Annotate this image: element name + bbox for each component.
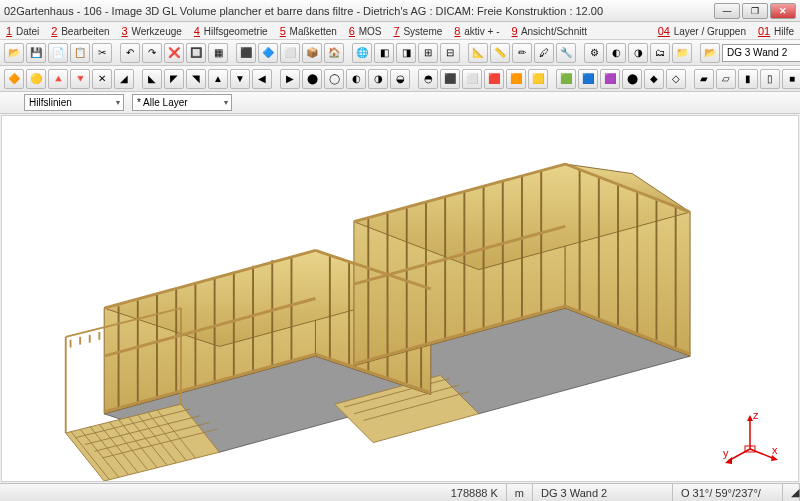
toolbar1-btn-5[interactable]: ↶ (120, 43, 140, 63)
toolbar1-btn-0[interactable]: 📂 (4, 43, 24, 63)
toolbar2-btn-19[interactable]: ⬛ (440, 69, 460, 89)
toolbar2-btn-32[interactable]: ▮ (738, 69, 758, 89)
toolbar2-btn-34[interactable]: ■ (782, 69, 800, 89)
toolbar2-btn-33[interactable]: ▯ (760, 69, 780, 89)
maximize-button[interactable]: ❐ (742, 3, 768, 19)
menu-werkzeuge[interactable]: 3 Werkzeuge (122, 25, 182, 37)
toolbar1-btn-12[interactable]: ⬜ (280, 43, 300, 63)
menu-bearbeiten[interactable]: 2 Bearbeiten (51, 25, 109, 37)
toolbar2-btn-24[interactable]: 🟩 (556, 69, 576, 89)
toolbar1-btn-18[interactable]: ⊞ (418, 43, 438, 63)
toolbar2-btn-0[interactable]: 🔶 (4, 69, 24, 89)
window-title: 02Gartenhaus - 106 - Image 3D GL Volume … (4, 5, 714, 17)
hilfslinien-dropdown[interactable]: Hilfslinien (24, 94, 124, 111)
menu-mos[interactable]: 6 MOS (349, 25, 382, 37)
toolbar2-btn-22[interactable]: 🟧 (506, 69, 526, 89)
close-button[interactable]: ✕ (770, 3, 796, 19)
menu-hilfsgeometrie[interactable]: 4 Hilfsgeometrie (194, 25, 268, 37)
toolbar1-btn-10[interactable]: ⬛ (236, 43, 256, 63)
toolbar2-btn-1[interactable]: 🟡 (26, 69, 46, 89)
toolbar2-btn-15[interactable]: ◐ (346, 69, 366, 89)
menu-datei[interactable]: 1 Datei (6, 25, 39, 37)
window-controls: — ❐ ✕ (714, 3, 796, 19)
status-orientation: O 31°/ 59°/237°/ (673, 484, 783, 501)
toolbar2-btn-2[interactable]: 🔺 (48, 69, 68, 89)
toolbar2-btn-31[interactable]: ▱ (716, 69, 736, 89)
toolbar1-btn-4[interactable]: ✂ (92, 43, 112, 63)
3d-render (2, 116, 798, 481)
toolbar1-btn-7[interactable]: ❌ (164, 43, 184, 63)
toolbar2-btn-14[interactable]: ◯ (324, 69, 344, 89)
svg-text:z: z (753, 409, 759, 421)
toolbar1-btn-11[interactable]: 🔷 (258, 43, 278, 63)
toolbar2-btn-21[interactable]: 🟥 (484, 69, 504, 89)
3d-viewport[interactable]: z x y (1, 115, 799, 482)
toolbar2-btn-13[interactable]: ⬤ (302, 69, 322, 89)
axis-gizmo: z x y (720, 409, 780, 469)
toolbar1-btn-21[interactable]: 📏 (490, 43, 510, 63)
menu-ansicht/schnitt[interactable]: 9 Ansicht/Schnitt (512, 25, 588, 37)
toolbar2-btn-17[interactable]: ◒ (390, 69, 410, 89)
toolbar2-btn-11[interactable]: ◀ (252, 69, 272, 89)
toolbar1-btn-23[interactable]: 🖊 (534, 43, 554, 63)
toolbar1-btn-14[interactable]: 🏠 (324, 43, 344, 63)
menu-layer / gruppen[interactable]: 04 Layer / Gruppen (658, 25, 746, 37)
toolbar1-btn-25[interactable]: ⚙ (584, 43, 604, 63)
toolbar1-btn-15[interactable]: 🌐 (352, 43, 372, 63)
toolbar2-btn-27[interactable]: ⬤ (622, 69, 642, 89)
layer-dropdown[interactable]: * Alle Layer (132, 94, 232, 111)
toolbar2-btn-26[interactable]: 🟪 (600, 69, 620, 89)
status-memory: 178888 K (443, 484, 507, 501)
toolbar1-btn-6[interactable]: ↷ (142, 43, 162, 63)
toolbar2-btn-12[interactable]: ▶ (280, 69, 300, 89)
toolbar2-btn-5[interactable]: ◢ (114, 69, 134, 89)
toolbar-row-1: 📂💾📄📋✂↶↷❌🔲▦⬛🔷⬜📦🏠🌐◧◨⊞⊟📐📏✏🖊🔧⚙◐◑🗂📁📂DG 3 Wand… (0, 40, 800, 66)
toolbar1-btn-8[interactable]: 🔲 (186, 43, 206, 63)
layer-bar: Hilfslinien * Alle Layer (0, 92, 800, 114)
toolbar1-btn-27[interactable]: ◑ (628, 43, 648, 63)
menu-systeme[interactable]: 7 Systeme (394, 25, 443, 37)
minimize-button[interactable]: — (714, 3, 740, 19)
menu-hilfe[interactable]: 01 Hilfe (758, 25, 794, 37)
titlebar: 02Gartenhaus - 106 - Image 3D GL Volume … (0, 0, 800, 22)
layer-combo[interactable]: DG 3 Wand 2 (722, 44, 800, 62)
svg-text:x: x (772, 444, 778, 456)
toolbar1-btn-22[interactable]: ✏ (512, 43, 532, 63)
toolbar1-btn-24[interactable]: 🔧 (556, 43, 576, 63)
toolbar2-btn-4[interactable]: ✕ (92, 69, 112, 89)
toolbar1-btn-26[interactable]: ◐ (606, 43, 626, 63)
menubar: 1 Datei2 Bearbeiten3 Werkzeuge4 Hilfsgeo… (0, 22, 800, 40)
statusbar: 178888 K m DG 3 Wand 2 O 31°/ 59°/237°/ … (0, 483, 800, 501)
toolbar2-btn-10[interactable]: ▼ (230, 69, 250, 89)
toolbar2-btn-8[interactable]: ◥ (186, 69, 206, 89)
toolbar1-btn-20[interactable]: 📐 (468, 43, 488, 63)
toolbar1-btn-9[interactable]: ▦ (208, 43, 228, 63)
toolbar1-btn-2[interactable]: 📄 (48, 43, 68, 63)
toolbar1-btn-29[interactable]: 📁 (672, 43, 692, 63)
toolbar1-btn-13[interactable]: 📦 (302, 43, 322, 63)
status-resize-grip[interactable]: ◢ (783, 484, 800, 501)
toolbar2-btn-30[interactable]: ▰ (694, 69, 714, 89)
toolbar1-btn-16[interactable]: ◧ (374, 43, 394, 63)
toolbar2-btn-3[interactable]: 🔻 (70, 69, 90, 89)
toolbar1-btn-17[interactable]: ◨ (396, 43, 416, 63)
menu-aktiv + -[interactable]: 8 aktiv + - (454, 25, 499, 37)
toolbar2-btn-20[interactable]: ⬜ (462, 69, 482, 89)
toolbar2-btn-25[interactable]: 🟦 (578, 69, 598, 89)
status-layer: DG 3 Wand 2 (533, 484, 673, 501)
toolbar1-btn-19[interactable]: ⊟ (440, 43, 460, 63)
menu-maßketten[interactable]: 5 Maßketten (280, 25, 337, 37)
toolbar1-btn-1[interactable]: 💾 (26, 43, 46, 63)
svg-text:y: y (723, 447, 729, 459)
toolbar2-btn-23[interactable]: 🟨 (528, 69, 548, 89)
toolbar1-btn-30[interactable]: 📂 (700, 43, 720, 63)
toolbar2-btn-16[interactable]: ◑ (368, 69, 388, 89)
toolbar2-btn-18[interactable]: ◓ (418, 69, 438, 89)
toolbar2-btn-29[interactable]: ◇ (666, 69, 686, 89)
toolbar1-btn-28[interactable]: 🗂 (650, 43, 670, 63)
toolbar2-btn-6[interactable]: ◣ (142, 69, 162, 89)
toolbar2-btn-7[interactable]: ◤ (164, 69, 184, 89)
toolbar2-btn-28[interactable]: ◆ (644, 69, 664, 89)
toolbar2-btn-9[interactable]: ▲ (208, 69, 228, 89)
toolbar1-btn-3[interactable]: 📋 (70, 43, 90, 63)
